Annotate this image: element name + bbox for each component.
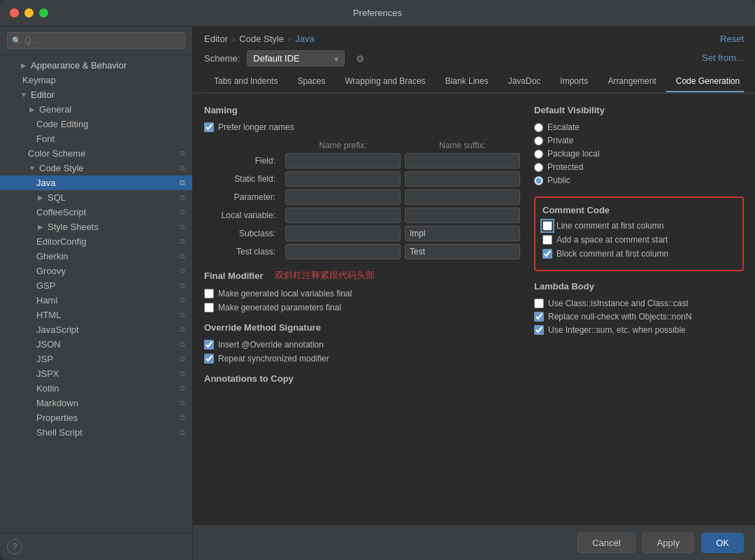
copy-icon: ⧉ bbox=[180, 369, 185, 378]
maximize-button[interactable] bbox=[39, 8, 48, 17]
sidebar-item-haml[interactable]: Haml ⧉ bbox=[0, 293, 192, 308]
sidebar-item-appearance[interactable]: ▶ Appearance & Behavior bbox=[0, 58, 192, 73]
sidebar-item-jspx[interactable]: JSPX ⧉ bbox=[0, 366, 192, 381]
sidebar-item-javascript[interactable]: JavaScript ⧉ bbox=[0, 322, 192, 337]
copy-icon: ⧉ bbox=[180, 354, 185, 364]
local-var-suffix-input[interactable] bbox=[405, 208, 520, 223]
tab-blank-lines[interactable]: Blank Lines bbox=[436, 71, 498, 92]
protected-radio[interactable] bbox=[534, 163, 543, 172]
footer: Cancel Apply OK bbox=[193, 525, 755, 560]
set-from-link[interactable]: Set from... bbox=[702, 50, 744, 67]
sidebar-item-stylesheets[interactable]: ▶ Style Sheets ⧉ bbox=[0, 220, 192, 234]
close-button[interactable] bbox=[10, 8, 19, 17]
local-var-prefix-input[interactable] bbox=[285, 208, 401, 223]
sidebar-item-json[interactable]: JSON ⧉ bbox=[0, 337, 192, 352]
breadcrumb-editor[interactable]: Editor bbox=[204, 34, 228, 44]
field-prefix-input[interactable] bbox=[285, 153, 401, 168]
tab-spaces[interactable]: Spaces bbox=[287, 71, 335, 92]
preferences-window: Preferences 🔍 ▶ Appearance & Behavior Ke… bbox=[0, 0, 755, 560]
sidebar-item-label: Groovy bbox=[36, 266, 66, 276]
cancel-button[interactable]: Cancel bbox=[577, 533, 635, 553]
tab-arrangement[interactable]: Arrangement bbox=[598, 71, 666, 92]
line-comment-label: Line comment at first column bbox=[556, 221, 663, 231]
parameter-prefix-input[interactable] bbox=[285, 189, 401, 205]
search-input[interactable] bbox=[7, 32, 185, 49]
sidebar-item-color-scheme[interactable]: Color Scheme ⧉ bbox=[0, 146, 192, 161]
repeat-synchronized-checkbox[interactable] bbox=[204, 354, 214, 364]
subclass-prefix-input[interactable] bbox=[285, 226, 401, 241]
copy-icon: ⧉ bbox=[180, 222, 185, 231]
block-comment-checkbox[interactable] bbox=[542, 249, 552, 259]
test-class-prefix-input[interactable] bbox=[285, 244, 401, 259]
copy-icon: ⧉ bbox=[180, 237, 185, 246]
sidebar-item-html[interactable]: HTML ⧉ bbox=[0, 308, 192, 322]
use-class-instance-checkbox[interactable] bbox=[534, 299, 544, 308]
help-button[interactable]: ? bbox=[7, 539, 22, 554]
escalate-radio[interactable] bbox=[534, 123, 543, 132]
sidebar-item-keymap[interactable]: Keymap bbox=[0, 73, 192, 87]
make-local-final-checkbox[interactable] bbox=[204, 289, 214, 299]
make-params-final-checkbox[interactable] bbox=[204, 303, 214, 313]
ok-button[interactable]: OK bbox=[701, 533, 744, 553]
apply-button[interactable]: Apply bbox=[642, 533, 695, 553]
sidebar-item-label: Color Scheme bbox=[28, 148, 85, 159]
reset-button[interactable]: Reset bbox=[720, 34, 744, 44]
sidebar-item-code-editing[interactable]: Code Editing bbox=[0, 117, 192, 131]
sidebar-item-code-style[interactable]: ▼ Code Style ⧉ bbox=[0, 161, 192, 175]
sidebar-item-groovy[interactable]: Groovy ⧉ bbox=[0, 264, 192, 278]
tab-javadoc[interactable]: JavaDoc bbox=[498, 71, 551, 92]
sidebar-item-editor[interactable]: ▼ Editor bbox=[0, 87, 192, 102]
sidebar-item-sql[interactable]: ▶ SQL ⧉ bbox=[0, 190, 192, 205]
breadcrumb-sep1: › bbox=[232, 34, 235, 44]
sidebar-item-gherkin[interactable]: Gherkin ⧉ bbox=[0, 249, 192, 264]
static-field-suffix-input[interactable] bbox=[405, 171, 520, 187]
sidebar-item-shell-script[interactable]: Shell Script ⧉ bbox=[0, 425, 192, 440]
prefer-longer-label: Prefer longer names bbox=[218, 122, 294, 132]
sidebar-item-properties[interactable]: Properties ⧉ bbox=[0, 410, 192, 425]
line-comment-checkbox[interactable] bbox=[542, 221, 552, 231]
prefer-longer-checkbox[interactable] bbox=[204, 122, 214, 132]
tab-wrapping-braces[interactable]: Wrapping and Braces bbox=[335, 71, 435, 92]
sidebar-item-label: HTML bbox=[36, 310, 61, 320]
sidebar-item-gsp[interactable]: GSP ⧉ bbox=[0, 278, 192, 293]
sidebar-item-general[interactable]: ▶ General bbox=[0, 102, 192, 117]
make-local-final-label: Make generated local variables final bbox=[218, 289, 352, 299]
copy-icon: ⧉ bbox=[180, 325, 185, 334]
copy-icon: ⧉ bbox=[180, 428, 185, 437]
gear-button[interactable]: ⚙ bbox=[352, 52, 369, 66]
sidebar-item-coffeescript[interactable]: CoffeeScript ⧉ bbox=[0, 205, 192, 220]
chevron-icon: ▶ bbox=[20, 62, 28, 69]
sidebar-item-jsp[interactable]: JSP ⧉ bbox=[0, 352, 192, 366]
sidebar-item-font[interactable]: Font bbox=[0, 131, 192, 146]
sidebar-item-kotlin[interactable]: Kotlin ⧉ bbox=[0, 381, 192, 396]
protected-radio-row: Protected bbox=[534, 162, 744, 172]
make-params-final-label: Make generated parameters final bbox=[218, 303, 341, 313]
field-suffix-input[interactable] bbox=[405, 153, 520, 168]
private-radio[interactable] bbox=[534, 136, 543, 145]
replace-null-check-checkbox[interactable] bbox=[534, 312, 544, 322]
scheme-select[interactable]: Default IDE bbox=[247, 50, 345, 66]
subclass-suffix-input[interactable] bbox=[405, 226, 520, 241]
replace-null-check-row: Replace null-check with Objects::nonN bbox=[534, 312, 744, 322]
tab-code-generation[interactable]: Code Generation bbox=[666, 71, 744, 92]
tab-imports[interactable]: Imports bbox=[550, 71, 598, 92]
insert-override-checkbox[interactable] bbox=[204, 340, 214, 350]
sidebar-item-markdown[interactable]: Markdown ⧉ bbox=[0, 396, 192, 410]
use-integer-sum-checkbox[interactable] bbox=[534, 325, 544, 335]
sidebar-item-label: JSP bbox=[36, 354, 53, 364]
sidebar-item-editorconfig[interactable]: EditorConfig ⧉ bbox=[0, 234, 192, 249]
static-field-prefix-input[interactable] bbox=[285, 171, 401, 187]
parameter-suffix-input[interactable] bbox=[405, 189, 520, 205]
test-class-suffix-input[interactable] bbox=[405, 244, 520, 259]
minimize-button[interactable] bbox=[24, 8, 34, 17]
public-radio[interactable] bbox=[534, 176, 543, 185]
copy-icon: ⧉ bbox=[180, 208, 185, 217]
breadcrumb-java[interactable]: Java bbox=[295, 34, 314, 44]
name-suffix-header: Name suffix: bbox=[405, 141, 520, 150]
add-space-checkbox[interactable] bbox=[542, 235, 552, 245]
package-local-radio[interactable] bbox=[534, 150, 543, 159]
copy-icon: ⧉ bbox=[180, 178, 185, 187]
sidebar-item-java[interactable]: Java ⧉ bbox=[0, 175, 192, 190]
breadcrumb-code-style[interactable]: Code Style bbox=[239, 34, 284, 44]
tab-tabs-indents[interactable]: Tabs and Indents bbox=[204, 71, 287, 92]
